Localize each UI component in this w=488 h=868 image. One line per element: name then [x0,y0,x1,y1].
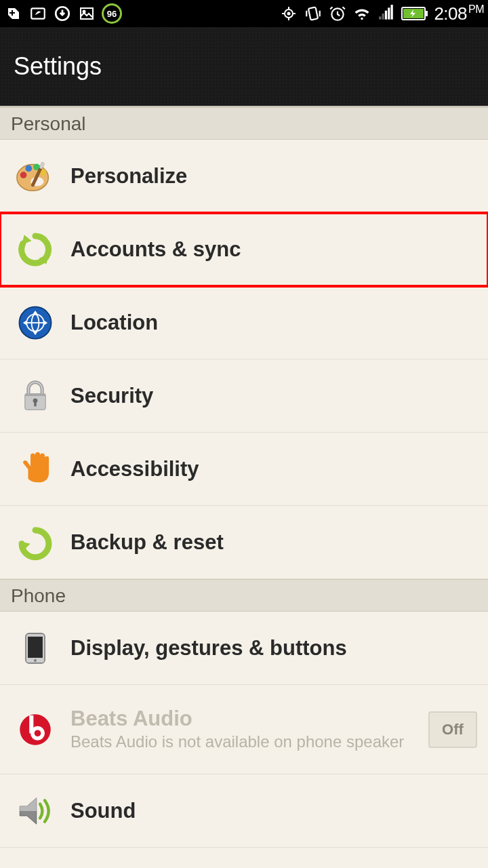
svg-point-5 [83,11,85,13]
item-label: Display, gestures & buttons [70,636,477,660]
svg-rect-17 [426,11,428,16]
svg-rect-13 [388,7,390,19]
reset-icon [11,518,60,567]
svg-rect-10 [380,16,382,19]
leaf-icon [28,4,47,23]
svg-rect-12 [385,11,387,20]
svg-point-37 [34,659,37,662]
section-header-phone: Phone [0,579,488,612]
item-display[interactable]: Display, gestures & buttons [0,612,488,685]
item-sound[interactable]: Sound [0,774,488,848]
battery-percent-badge: 96 [102,3,122,24]
section-header-personal: Personal [0,107,488,140]
svg-rect-36 [28,636,43,657]
svg-rect-8 [308,7,318,20]
svg-rect-14 [391,5,393,20]
item-label: Accounts & sync [70,237,477,262]
item-label: Location [70,311,477,335]
speaker-icon [11,787,60,835]
signal-icon [377,4,396,23]
item-security[interactable]: Security [0,359,488,433]
svg-rect-41 [29,715,33,733]
item-backup-reset[interactable]: Backup & reset [0,506,488,579]
palette-icon [11,152,60,201]
svg-point-20 [20,172,27,178]
title-bar: Settings [0,27,488,107]
svg-point-7 [288,13,290,15]
download-icon [53,4,72,23]
svg-rect-1 [9,12,15,14]
item-personalize[interactable]: Personalize [0,140,488,213]
svg-point-40 [35,730,41,736]
svg-rect-34 [34,400,36,406]
gps-icon [279,4,298,23]
battery-charging-icon [401,4,428,23]
svg-rect-11 [382,14,384,20]
toggle-beats[interactable]: Off [428,711,477,748]
svg-rect-32 [25,393,45,395]
vibrate-icon [304,4,323,23]
item-label: Sound [70,799,477,823]
lock-icon [11,372,60,420]
plus-notification-icon [4,4,23,23]
item-sublabel: Beats Audio is not available on phone sp… [70,732,423,752]
globe-icon [11,298,60,347]
svg-point-21 [25,165,32,172]
hand-icon [11,445,60,494]
item-label: Backup & reset [70,530,477,555]
status-bar: 96 2:08PM [0,0,488,27]
alarm-icon [328,4,347,23]
item-beats-audio[interactable]: Beats Audio Beats Audio is not available… [0,685,488,774]
item-label: Accessibility [70,457,477,481]
item-label: Personalize [70,164,477,189]
phone-icon [11,624,60,673]
page-title: Settings [14,52,102,81]
beats-icon [11,705,60,754]
wifi-icon [352,4,371,23]
item-accounts-sync[interactable]: Accounts & sync [0,213,488,286]
item-accessibility[interactable]: Accessibility [0,433,488,506]
clock: 2:08PM [434,3,484,24]
picture-icon [77,4,96,23]
item-location[interactable]: Location [0,286,488,359]
item-label: Security [70,384,477,408]
sync-icon [11,225,60,274]
item-label: Beats Audio [70,707,423,731]
